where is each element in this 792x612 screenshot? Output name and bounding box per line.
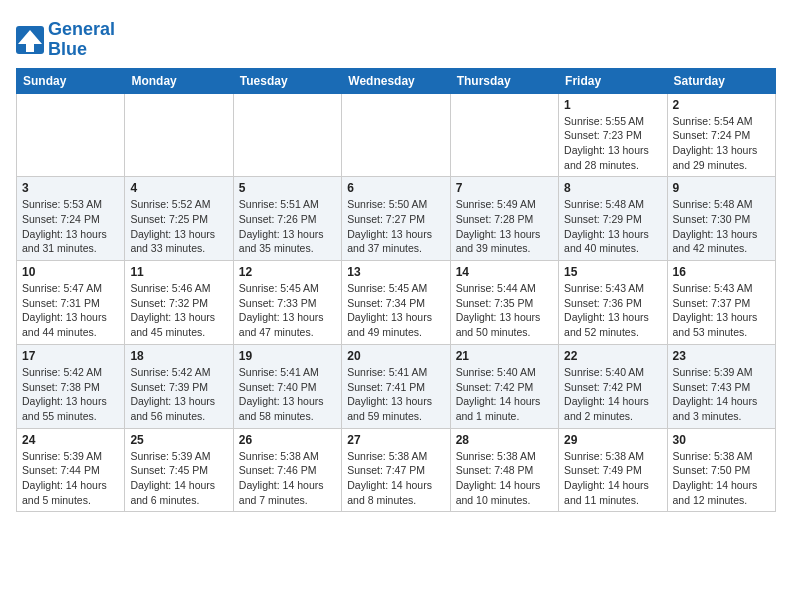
day-number: 16 — [673, 265, 770, 279]
day-info: Sunrise: 5:39 AM Sunset: 7:45 PM Dayligh… — [130, 449, 227, 508]
day-info: Sunrise: 5:41 AM Sunset: 7:40 PM Dayligh… — [239, 365, 336, 424]
calendar-cell: 20Sunrise: 5:41 AM Sunset: 7:41 PM Dayli… — [342, 344, 450, 428]
day-info: Sunrise: 5:41 AM Sunset: 7:41 PM Dayligh… — [347, 365, 444, 424]
day-number: 30 — [673, 433, 770, 447]
calendar-cell — [125, 93, 233, 177]
calendar-week-row: 10Sunrise: 5:47 AM Sunset: 7:31 PM Dayli… — [17, 261, 776, 345]
day-info: Sunrise: 5:40 AM Sunset: 7:42 PM Dayligh… — [456, 365, 553, 424]
calendar-cell: 13Sunrise: 5:45 AM Sunset: 7:34 PM Dayli… — [342, 261, 450, 345]
day-number: 10 — [22, 265, 119, 279]
col-header-saturday: Saturday — [667, 68, 775, 93]
calendar-cell: 22Sunrise: 5:40 AM Sunset: 7:42 PM Dayli… — [559, 344, 667, 428]
day-info: Sunrise: 5:54 AM Sunset: 7:24 PM Dayligh… — [673, 114, 770, 173]
calendar-cell — [17, 93, 125, 177]
day-info: Sunrise: 5:38 AM Sunset: 7:50 PM Dayligh… — [673, 449, 770, 508]
day-info: Sunrise: 5:51 AM Sunset: 7:26 PM Dayligh… — [239, 197, 336, 256]
day-info: Sunrise: 5:43 AM Sunset: 7:36 PM Dayligh… — [564, 281, 661, 340]
day-number: 6 — [347, 181, 444, 195]
calendar-cell: 16Sunrise: 5:43 AM Sunset: 7:37 PM Dayli… — [667, 261, 775, 345]
col-header-tuesday: Tuesday — [233, 68, 341, 93]
day-number: 11 — [130, 265, 227, 279]
day-info: Sunrise: 5:42 AM Sunset: 7:39 PM Dayligh… — [130, 365, 227, 424]
day-number: 1 — [564, 98, 661, 112]
calendar-cell: 23Sunrise: 5:39 AM Sunset: 7:43 PM Dayli… — [667, 344, 775, 428]
day-number: 27 — [347, 433, 444, 447]
calendar-cell: 14Sunrise: 5:44 AM Sunset: 7:35 PM Dayli… — [450, 261, 558, 345]
calendar-cell: 30Sunrise: 5:38 AM Sunset: 7:50 PM Dayli… — [667, 428, 775, 512]
day-info: Sunrise: 5:40 AM Sunset: 7:42 PM Dayligh… — [564, 365, 661, 424]
day-number: 8 — [564, 181, 661, 195]
day-info: Sunrise: 5:46 AM Sunset: 7:32 PM Dayligh… — [130, 281, 227, 340]
calendar-cell: 25Sunrise: 5:39 AM Sunset: 7:45 PM Dayli… — [125, 428, 233, 512]
day-number: 28 — [456, 433, 553, 447]
calendar-cell: 9Sunrise: 5:48 AM Sunset: 7:30 PM Daylig… — [667, 177, 775, 261]
calendar-cell: 11Sunrise: 5:46 AM Sunset: 7:32 PM Dayli… — [125, 261, 233, 345]
calendar-cell: 17Sunrise: 5:42 AM Sunset: 7:38 PM Dayli… — [17, 344, 125, 428]
calendar-cell: 24Sunrise: 5:39 AM Sunset: 7:44 PM Dayli… — [17, 428, 125, 512]
calendar-cell: 21Sunrise: 5:40 AM Sunset: 7:42 PM Dayli… — [450, 344, 558, 428]
calendar-week-row: 24Sunrise: 5:39 AM Sunset: 7:44 PM Dayli… — [17, 428, 776, 512]
calendar-cell: 26Sunrise: 5:38 AM Sunset: 7:46 PM Dayli… — [233, 428, 341, 512]
logo-icon — [16, 26, 44, 54]
day-number: 23 — [673, 349, 770, 363]
day-number: 24 — [22, 433, 119, 447]
day-number: 21 — [456, 349, 553, 363]
calendar-cell: 10Sunrise: 5:47 AM Sunset: 7:31 PM Dayli… — [17, 261, 125, 345]
day-number: 4 — [130, 181, 227, 195]
day-info: Sunrise: 5:50 AM Sunset: 7:27 PM Dayligh… — [347, 197, 444, 256]
day-info: Sunrise: 5:55 AM Sunset: 7:23 PM Dayligh… — [564, 114, 661, 173]
day-info: Sunrise: 5:48 AM Sunset: 7:29 PM Dayligh… — [564, 197, 661, 256]
calendar-cell: 4Sunrise: 5:52 AM Sunset: 7:25 PM Daylig… — [125, 177, 233, 261]
col-header-monday: Monday — [125, 68, 233, 93]
calendar-cell: 8Sunrise: 5:48 AM Sunset: 7:29 PM Daylig… — [559, 177, 667, 261]
col-header-friday: Friday — [559, 68, 667, 93]
calendar-cell: 28Sunrise: 5:38 AM Sunset: 7:48 PM Dayli… — [450, 428, 558, 512]
day-number: 29 — [564, 433, 661, 447]
day-number: 14 — [456, 265, 553, 279]
day-number: 26 — [239, 433, 336, 447]
calendar-cell: 7Sunrise: 5:49 AM Sunset: 7:28 PM Daylig… — [450, 177, 558, 261]
day-number: 17 — [22, 349, 119, 363]
calendar-header-row: SundayMondayTuesdayWednesdayThursdayFrid… — [17, 68, 776, 93]
day-number: 2 — [673, 98, 770, 112]
day-number: 3 — [22, 181, 119, 195]
calendar-cell: 12Sunrise: 5:45 AM Sunset: 7:33 PM Dayli… — [233, 261, 341, 345]
calendar-cell — [342, 93, 450, 177]
calendar-cell — [450, 93, 558, 177]
day-info: Sunrise: 5:49 AM Sunset: 7:28 PM Dayligh… — [456, 197, 553, 256]
calendar-cell: 29Sunrise: 5:38 AM Sunset: 7:49 PM Dayli… — [559, 428, 667, 512]
day-number: 18 — [130, 349, 227, 363]
logo: General Blue — [16, 20, 115, 60]
calendar-cell: 5Sunrise: 5:51 AM Sunset: 7:26 PM Daylig… — [233, 177, 341, 261]
day-info: Sunrise: 5:38 AM Sunset: 7:47 PM Dayligh… — [347, 449, 444, 508]
day-number: 15 — [564, 265, 661, 279]
calendar-cell: 15Sunrise: 5:43 AM Sunset: 7:36 PM Dayli… — [559, 261, 667, 345]
day-info: Sunrise: 5:47 AM Sunset: 7:31 PM Dayligh… — [22, 281, 119, 340]
calendar-cell: 2Sunrise: 5:54 AM Sunset: 7:24 PM Daylig… — [667, 93, 775, 177]
calendar-week-row: 3Sunrise: 5:53 AM Sunset: 7:24 PM Daylig… — [17, 177, 776, 261]
day-number: 20 — [347, 349, 444, 363]
day-number: 5 — [239, 181, 336, 195]
day-info: Sunrise: 5:43 AM Sunset: 7:37 PM Dayligh… — [673, 281, 770, 340]
calendar-week-row: 1Sunrise: 5:55 AM Sunset: 7:23 PM Daylig… — [17, 93, 776, 177]
page-header: General Blue — [16, 16, 776, 60]
day-info: Sunrise: 5:53 AM Sunset: 7:24 PM Dayligh… — [22, 197, 119, 256]
day-info: Sunrise: 5:45 AM Sunset: 7:33 PM Dayligh… — [239, 281, 336, 340]
calendar-cell: 6Sunrise: 5:50 AM Sunset: 7:27 PM Daylig… — [342, 177, 450, 261]
day-number: 19 — [239, 349, 336, 363]
day-info: Sunrise: 5:38 AM Sunset: 7:48 PM Dayligh… — [456, 449, 553, 508]
day-info: Sunrise: 5:44 AM Sunset: 7:35 PM Dayligh… — [456, 281, 553, 340]
col-header-wednesday: Wednesday — [342, 68, 450, 93]
day-number: 7 — [456, 181, 553, 195]
calendar-week-row: 17Sunrise: 5:42 AM Sunset: 7:38 PM Dayli… — [17, 344, 776, 428]
day-number: 13 — [347, 265, 444, 279]
calendar-cell — [233, 93, 341, 177]
day-info: Sunrise: 5:39 AM Sunset: 7:44 PM Dayligh… — [22, 449, 119, 508]
day-number: 12 — [239, 265, 336, 279]
calendar-cell: 18Sunrise: 5:42 AM Sunset: 7:39 PM Dayli… — [125, 344, 233, 428]
calendar-table: SundayMondayTuesdayWednesdayThursdayFrid… — [16, 68, 776, 513]
logo-text: General Blue — [48, 20, 115, 60]
calendar-cell: 19Sunrise: 5:41 AM Sunset: 7:40 PM Dayli… — [233, 344, 341, 428]
col-header-thursday: Thursday — [450, 68, 558, 93]
day-info: Sunrise: 5:48 AM Sunset: 7:30 PM Dayligh… — [673, 197, 770, 256]
